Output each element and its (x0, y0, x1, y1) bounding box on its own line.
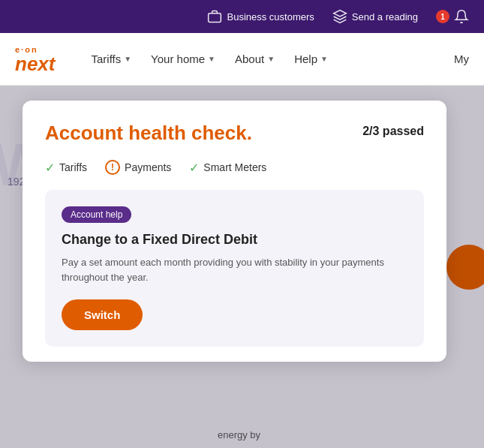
account-help-badge: Account help (62, 206, 131, 223)
check-tariffs: ✓ Tariffs (45, 161, 87, 175)
chevron-down-icon: ▼ (267, 55, 275, 63)
inner-card-description: Pay a set amount each month providing yo… (62, 255, 407, 284)
business-customers-label: Business customers (227, 11, 314, 23)
check-payments-label: Payments (125, 161, 171, 173)
modal-checks: ✓ Tariffs ! Payments ✓ Smart Meters (45, 160, 424, 175)
modal-passed: 2/3 passed (362, 125, 424, 138)
inner-card: Account help Change to a Fixed Direct De… (45, 190, 424, 347)
logo: e·on next (15, 45, 55, 74)
nav-your-home[interactable]: Your home ▼ (145, 48, 221, 70)
chevron-down-icon: ▼ (320, 55, 328, 63)
nav-about[interactable]: About ▼ (229, 48, 281, 70)
svg-rect-0 (209, 14, 221, 23)
notification-badge: 1 (436, 10, 449, 23)
check-payments: ! Payments (105, 160, 171, 175)
check-smart-meters-label: Smart Meters (203, 161, 266, 173)
modal-header: Account health check. 2/3 passed (45, 122, 424, 145)
check-smart-meters: ✓ Smart Meters (189, 161, 266, 175)
nav-bar: e·on next Tariffs ▼ Your home ▼ About ▼ … (0, 33, 484, 86)
check-tariffs-label: Tariffs (59, 161, 87, 173)
chevron-down-icon: ▼ (124, 55, 131, 63)
business-customers-link[interactable]: Business customers (207, 9, 314, 24)
checkmark-icon: ✓ (189, 161, 199, 175)
modal-title: Account health check. (45, 122, 252, 145)
nav-tariffs[interactable]: Tariffs ▼ (85, 48, 137, 70)
inner-card-title: Change to a Fixed Direct Debit (62, 232, 407, 248)
nav-my[interactable]: My (454, 53, 469, 65)
logo-next: next (15, 54, 55, 74)
health-check-modal: Account health check. 2/3 passed ✓ Tarif… (23, 101, 446, 362)
main-content: Wo 192 G t paympaymentment iss afterissu… (0, 86, 484, 448)
nav-help[interactable]: Help ▼ (288, 48, 334, 70)
send-reading-link[interactable]: Send a reading (332, 9, 418, 24)
top-bar: Business customers Send a reading 1 (0, 0, 484, 33)
notification-icon[interactable]: 1 (436, 9, 469, 24)
chevron-down-icon: ▼ (208, 55, 215, 63)
checkmark-icon: ✓ (45, 161, 55, 175)
send-reading-label: Send a reading (352, 11, 418, 23)
main-nav: Tariffs ▼ Your home ▼ About ▼ Help ▼ (85, 48, 333, 70)
switch-button[interactable]: Switch (62, 299, 143, 330)
warning-icon: ! (105, 160, 120, 175)
